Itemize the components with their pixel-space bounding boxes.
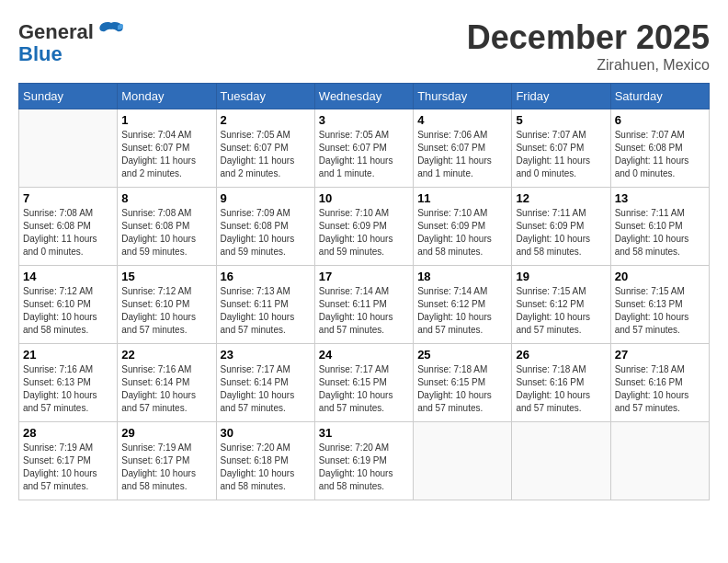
day-number: 19	[516, 270, 606, 283]
calendar-cell: 17Sunrise: 7:14 AM Sunset: 6:11 PM Dayli…	[314, 266, 413, 344]
calendar-week-row: 21Sunrise: 7:16 AM Sunset: 6:13 PM Dayli…	[19, 344, 710, 422]
calendar-cell: 31Sunrise: 7:20 AM Sunset: 6:19 PM Dayli…	[314, 422, 413, 500]
calendar-week-row: 7Sunrise: 7:08 AM Sunset: 6:08 PM Daylig…	[19, 188, 710, 266]
day-number: 16	[221, 270, 311, 283]
day-info: Sunrise: 7:19 AM Sunset: 6:17 PM Dayligh…	[121, 442, 211, 493]
calendar-cell: 29Sunrise: 7:19 AM Sunset: 6:17 PM Dayli…	[118, 422, 216, 500]
calendar-cell	[512, 422, 610, 500]
day-info: Sunrise: 7:14 AM Sunset: 6:11 PM Dayligh…	[319, 285, 409, 337]
day-info: Sunrise: 7:05 AM Sunset: 6:07 PM Dayligh…	[319, 129, 409, 180]
calendar-week-row: 1Sunrise: 7:04 AM Sunset: 6:07 PM Daylig…	[19, 109, 710, 188]
calendar-table: SundayMondayTuesdayWednesdayThursdayFrid…	[18, 83, 710, 500]
calendar-cell: 3Sunrise: 7:05 AM Sunset: 6:07 PM Daylig…	[314, 109, 413, 188]
calendar-day-header: Friday	[512, 84, 610, 109]
page-header: General Blue December 2025 Zirahuen, Mex…	[18, 18, 710, 74]
calendar-day-header: Thursday	[414, 84, 512, 109]
day-number: 22	[121, 348, 211, 362]
calendar-cell: 26Sunrise: 7:18 AM Sunset: 6:16 PM Dayli…	[512, 344, 610, 422]
day-info: Sunrise: 7:15 AM Sunset: 6:13 PM Dayligh…	[615, 285, 705, 337]
day-info: Sunrise: 7:16 AM Sunset: 6:14 PM Dayligh…	[121, 363, 211, 415]
day-number: 18	[417, 270, 507, 283]
calendar-cell: 24Sunrise: 7:17 AM Sunset: 6:15 PM Dayli…	[314, 344, 413, 422]
calendar-cell: 12Sunrise: 7:11 AM Sunset: 6:09 PM Dayli…	[512, 188, 610, 266]
day-info: Sunrise: 7:05 AM Sunset: 6:07 PM Dayligh…	[221, 129, 311, 180]
day-info: Sunrise: 7:12 AM Sunset: 6:10 PM Dayligh…	[23, 285, 113, 337]
calendar-cell: 25Sunrise: 7:18 AM Sunset: 6:15 PM Dayli…	[414, 344, 512, 422]
logo-general-text: General	[18, 20, 94, 44]
day-info: Sunrise: 7:18 AM Sunset: 6:16 PM Dayligh…	[516, 363, 606, 415]
day-number: 13	[615, 191, 705, 205]
calendar-cell: 18Sunrise: 7:14 AM Sunset: 6:12 PM Dayli…	[414, 266, 512, 344]
day-info: Sunrise: 7:11 AM Sunset: 6:10 PM Dayligh…	[615, 207, 705, 259]
day-number: 1	[121, 113, 211, 127]
day-info: Sunrise: 7:08 AM Sunset: 6:08 PM Dayligh…	[121, 207, 211, 259]
location-subtitle: Zirahuen, Mexico	[467, 57, 710, 74]
calendar-cell: 16Sunrise: 7:13 AM Sunset: 6:11 PM Dayli…	[216, 266, 314, 344]
calendar-cell: 2Sunrise: 7:05 AM Sunset: 6:07 PM Daylig…	[216, 109, 314, 188]
day-info: Sunrise: 7:08 AM Sunset: 6:08 PM Dayligh…	[23, 207, 113, 259]
calendar-cell: 4Sunrise: 7:06 AM Sunset: 6:07 PM Daylig…	[414, 109, 512, 188]
day-number: 7	[23, 191, 113, 205]
month-title: December 2025	[467, 18, 710, 57]
day-number: 8	[121, 191, 211, 205]
day-info: Sunrise: 7:12 AM Sunset: 6:10 PM Dayligh…	[121, 285, 211, 337]
day-info: Sunrise: 7:10 AM Sunset: 6:09 PM Dayligh…	[417, 207, 507, 259]
calendar-day-header: Wednesday	[314, 84, 413, 109]
calendar-cell: 27Sunrise: 7:18 AM Sunset: 6:16 PM Dayli…	[610, 344, 709, 422]
calendar-cell: 28Sunrise: 7:19 AM Sunset: 6:17 PM Dayli…	[19, 422, 118, 500]
day-number: 28	[23, 426, 113, 440]
calendar-cell: 14Sunrise: 7:12 AM Sunset: 6:10 PM Dayli…	[19, 266, 118, 344]
calendar-cell: 22Sunrise: 7:16 AM Sunset: 6:14 PM Dayli…	[118, 344, 216, 422]
day-number: 9	[221, 191, 311, 205]
day-info: Sunrise: 7:11 AM Sunset: 6:09 PM Dayligh…	[516, 207, 606, 259]
calendar-cell: 30Sunrise: 7:20 AM Sunset: 6:18 PM Dayli…	[216, 422, 314, 500]
calendar-day-header: Monday	[118, 84, 216, 109]
day-number: 21	[23, 348, 113, 362]
calendar-day-header: Saturday	[610, 84, 709, 109]
calendar-day-header: Tuesday	[216, 84, 314, 109]
day-number: 20	[615, 270, 705, 283]
day-number: 23	[221, 348, 311, 362]
calendar-cell: 10Sunrise: 7:10 AM Sunset: 6:09 PM Dayli…	[314, 188, 413, 266]
calendar-cell: 13Sunrise: 7:11 AM Sunset: 6:10 PM Dayli…	[610, 188, 709, 266]
day-number: 5	[516, 113, 606, 127]
day-number: 6	[615, 113, 705, 127]
calendar-cell: 19Sunrise: 7:15 AM Sunset: 6:12 PM Dayli…	[512, 266, 610, 344]
calendar-week-row: 14Sunrise: 7:12 AM Sunset: 6:10 PM Dayli…	[19, 266, 710, 344]
day-number: 2	[221, 113, 311, 127]
calendar-cell: 8Sunrise: 7:08 AM Sunset: 6:08 PM Daylig…	[118, 188, 216, 266]
day-info: Sunrise: 7:16 AM Sunset: 6:13 PM Dayligh…	[23, 363, 113, 415]
calendar-cell: 15Sunrise: 7:12 AM Sunset: 6:10 PM Dayli…	[118, 266, 216, 344]
day-number: 11	[417, 191, 507, 205]
calendar-cell	[19, 109, 118, 188]
calendar-header-row: SundayMondayTuesdayWednesdayThursdayFrid…	[19, 84, 710, 109]
calendar-cell	[414, 422, 512, 500]
day-number: 31	[319, 426, 409, 440]
day-info: Sunrise: 7:07 AM Sunset: 6:07 PM Dayligh…	[516, 129, 606, 180]
day-info: Sunrise: 7:19 AM Sunset: 6:17 PM Dayligh…	[23, 442, 113, 493]
day-info: Sunrise: 7:18 AM Sunset: 6:16 PM Dayligh…	[615, 363, 705, 415]
day-info: Sunrise: 7:09 AM Sunset: 6:08 PM Dayligh…	[221, 207, 311, 259]
day-number: 27	[615, 348, 705, 362]
calendar-cell: 11Sunrise: 7:10 AM Sunset: 6:09 PM Dayli…	[414, 188, 512, 266]
day-number: 26	[516, 348, 606, 362]
title-section: December 2025 Zirahuen, Mexico	[467, 18, 710, 74]
calendar-cell: 7Sunrise: 7:08 AM Sunset: 6:08 PM Daylig…	[19, 188, 118, 266]
calendar-cell	[610, 422, 709, 500]
calendar-cell: 9Sunrise: 7:09 AM Sunset: 6:08 PM Daylig…	[216, 188, 314, 266]
day-number: 4	[417, 113, 507, 127]
day-info: Sunrise: 7:04 AM Sunset: 6:07 PM Dayligh…	[121, 129, 211, 180]
day-info: Sunrise: 7:13 AM Sunset: 6:11 PM Dayligh…	[221, 285, 311, 337]
day-number: 24	[319, 348, 409, 362]
day-info: Sunrise: 7:18 AM Sunset: 6:15 PM Dayligh…	[417, 363, 507, 415]
calendar-cell: 5Sunrise: 7:07 AM Sunset: 6:07 PM Daylig…	[512, 109, 610, 188]
day-number: 10	[319, 191, 409, 205]
day-number: 25	[417, 348, 507, 362]
day-info: Sunrise: 7:14 AM Sunset: 6:12 PM Dayligh…	[417, 285, 507, 337]
day-number: 3	[319, 113, 409, 127]
day-info: Sunrise: 7:17 AM Sunset: 6:15 PM Dayligh…	[319, 363, 409, 415]
calendar-cell: 20Sunrise: 7:15 AM Sunset: 6:13 PM Dayli…	[610, 266, 709, 344]
day-info: Sunrise: 7:10 AM Sunset: 6:09 PM Dayligh…	[319, 207, 409, 259]
day-number: 29	[121, 426, 211, 440]
day-info: Sunrise: 7:20 AM Sunset: 6:19 PM Dayligh…	[319, 442, 409, 493]
